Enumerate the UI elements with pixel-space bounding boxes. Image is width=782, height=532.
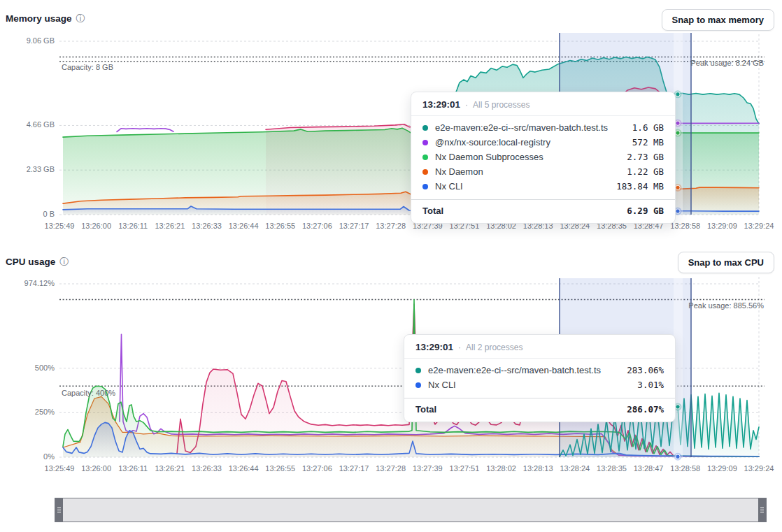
cpu-section-title: CPU usage ⓘ <box>6 257 69 267</box>
grip-icon <box>760 508 764 512</box>
tooltip-rows: e2e-maven:e2e-ci--src/maven-batch.test.t… <box>411 116 675 196</box>
tooltip-total-row: Total 6.29 GB <box>411 199 675 223</box>
info-icon[interactable]: ⓘ <box>59 257 69 266</box>
process-value: 1.6 GB <box>632 122 664 133</box>
tooltip-process-row: Nx Daemon Subprocesses 2.73 GB <box>411 150 675 164</box>
tooltip-process-row: Nx Daemon 1.22 GB <box>411 164 675 179</box>
tooltip-rows: e2e-maven:e2e-ci--src/maven-batch.test.t… <box>404 359 675 395</box>
cpu-capacity-label: Capacity: 400% <box>62 389 115 397</box>
process-value: 572 MB <box>632 137 664 148</box>
total-value: 6.29 GB <box>627 206 664 216</box>
total-label: Total <box>422 206 443 216</box>
process-name: Nx CLI <box>428 380 629 390</box>
y-tick-label: 0% <box>0 452 55 461</box>
tooltip-process-row: @nx/nx-source:local-registry 572 MB <box>411 135 675 150</box>
y-tick-label: 250% <box>0 408 55 416</box>
x-tick-label: 13:29:24 <box>737 464 781 473</box>
memory-title-text: Memory usage <box>6 13 72 24</box>
tooltip-total-row: Total 286.07% <box>404 398 675 422</box>
tooltip-header: 13:29:01 · All 5 processes <box>411 92 675 116</box>
process-value: 1.22 GB <box>627 166 664 177</box>
snap-to-max-memory-button[interactable]: Snap to max memory <box>662 9 775 31</box>
cpu-peak-label: Peak usage: 885.56% <box>688 301 764 310</box>
x-tick-label: 13:29:24 <box>737 222 781 230</box>
grip-icon <box>57 508 61 512</box>
cpu-title-text: CPU usage <box>6 257 55 267</box>
process-value: 183.84 MB <box>616 181 664 192</box>
memory-peak-label: Peak usage: 8.24 GB <box>690 59 764 67</box>
memory-capacity-label: Capacity: 8 GB <box>62 63 113 71</box>
process-name: e2e-maven:e2e-ci--src/maven-batch.test.t… <box>435 122 624 133</box>
series-color-dot <box>415 382 421 388</box>
process-value: 3.01% <box>637 380 664 390</box>
tooltip-process-row: Nx CLI 3.01% <box>404 378 675 392</box>
process-name: Nx CLI <box>435 181 608 192</box>
scrollbar-left-handle[interactable] <box>55 498 63 522</box>
process-name: @nx/nx-source:local-registry <box>435 137 624 148</box>
total-value: 286.07% <box>627 404 664 415</box>
cpu-x-axis: 13:25:4913:26:0013:26:1113:26:2113:26:33… <box>0 464 782 474</box>
dot-separator: · <box>458 343 461 352</box>
process-name: Nx Daemon Subprocesses <box>435 152 618 162</box>
tooltip-subtitle: All 5 processes <box>473 100 529 110</box>
process-name: Nx Daemon <box>435 166 618 177</box>
memory-tooltip: 13:29:01 · All 5 processes e2e-maven:e2e… <box>411 92 676 224</box>
tooltip-process-row: Nx CLI 183.84 MB <box>411 179 675 194</box>
info-icon[interactable]: ⓘ <box>76 14 85 23</box>
timeline-scrollbar[interactable] <box>55 498 767 522</box>
process-name: e2e-maven:e2e-ci--src/maven-batch.test.t… <box>428 365 618 375</box>
charts-canvas[interactable] <box>0 0 782 532</box>
y-tick-label: 500% <box>0 364 55 372</box>
series-color-dot <box>422 169 428 175</box>
tooltip-time: 13:29:01 <box>415 342 453 352</box>
y-tick-label: 974.12% <box>0 279 55 287</box>
total-label: Total <box>415 404 436 415</box>
dot-separator: · <box>465 100 468 110</box>
process-value: 2.73 GB <box>627 152 664 162</box>
series-color-dot <box>415 368 421 373</box>
tooltip-time: 13:29:01 <box>422 99 460 110</box>
series-color-dot <box>422 154 428 160</box>
scrollbar-right-handle[interactable] <box>758 498 766 522</box>
series-color-dot <box>422 184 428 189</box>
tooltip-header: 13:29:01 · All 2 processes <box>404 335 675 359</box>
tooltip-subtitle: All 2 processes <box>466 343 522 352</box>
tooltip-process-row: e2e-maven:e2e-ci--src/maven-batch.test.t… <box>411 120 675 135</box>
process-value: 283.06% <box>627 365 664 375</box>
series-color-dot <box>422 140 428 145</box>
series-color-dot <box>422 125 428 131</box>
memory-section-title: Memory usage ⓘ <box>6 13 85 24</box>
snap-to-max-cpu-button[interactable]: Snap to max CPU <box>678 252 774 273</box>
cpu-tooltip: 13:29:01 · All 2 processes e2e-maven:e2e… <box>404 334 676 422</box>
tooltip-process-row: e2e-maven:e2e-ci--src/maven-batch.test.t… <box>404 363 675 378</box>
